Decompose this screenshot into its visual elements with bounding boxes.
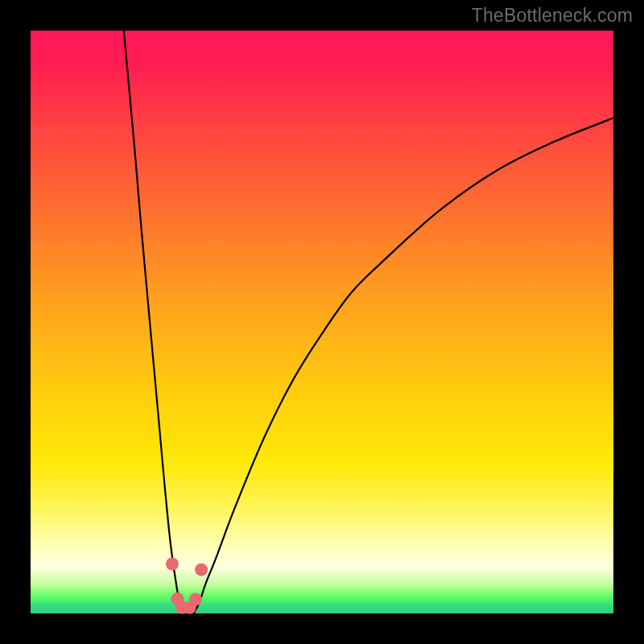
trough-marker: [166, 558, 179, 571]
plot-area: [31, 31, 613, 613]
chart-frame: TheBottleneck.com: [0, 0, 644, 644]
curve-right-branch: [194, 118, 613, 613]
watermark-text: TheBottleneck.com: [472, 5, 633, 27]
trough-marker: [189, 593, 202, 606]
curve-left-branch: [124, 31, 182, 613]
trough-marker: [195, 564, 208, 576]
trough-markers: [166, 558, 208, 614]
curve-svg: [31, 31, 613, 613]
